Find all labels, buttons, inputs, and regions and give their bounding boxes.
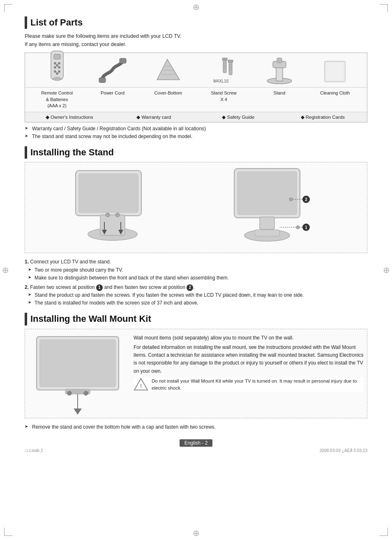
svg-rect-11 <box>99 78 106 83</box>
accessory-registration-cards: ◆ Registration Cards <box>283 114 363 120</box>
footer-right: 2008-03-03 ¿ÀÈÄ 5:03:23 <box>320 448 367 453</box>
svg-point-8 <box>58 70 60 73</box>
footer-left: □□i.indb 2 <box>25 448 43 453</box>
svg-rect-31 <box>277 58 282 63</box>
stand-img <box>264 57 295 84</box>
remote-label: Remote Control& Batteries(AAA x 2) <box>29 90 85 109</box>
part-remote <box>29 57 85 85</box>
svg-rect-23 <box>229 62 232 75</box>
step-1-sub-1: Two or more people should carry the TV. <box>25 266 367 274</box>
center-mark-bottom: ⊕ <box>193 528 200 538</box>
stand-screw-img: M4XL16 <box>212 57 235 84</box>
stand-diagram-right: 1 2 <box>196 166 363 249</box>
svg-point-4 <box>54 66 56 69</box>
svg-rect-18 <box>223 60 226 73</box>
section-bar-3 <box>25 313 27 325</box>
svg-point-6 <box>56 64 58 67</box>
svg-rect-1 <box>54 54 60 59</box>
arrow-icon: ➤ <box>25 423 28 430</box>
circle-2: 2 <box>187 284 193 291</box>
accessories-row: ◆ Owner's Instructions ◆ Warranty card ◆… <box>25 112 367 122</box>
svg-point-53 <box>289 198 293 201</box>
svg-rect-46 <box>255 230 279 236</box>
part-cleaning-cloth <box>307 57 363 85</box>
footer-bar: □□i.indb 2 2008-03-03 ¿ÀÈÄ 5:03:23 <box>25 448 367 453</box>
stand-label: Stand <box>251 90 307 96</box>
part-power-cord <box>85 57 140 85</box>
page-number-badge: English - 2 <box>180 439 213 447</box>
warning-icon: ! <box>134 378 148 391</box>
svg-rect-32 <box>325 61 345 82</box>
list-of-parts-section: List of Parts <box>25 16 367 29</box>
list-of-parts-intro: Please make sure the following items are… <box>25 32 367 48</box>
power-cord-label: Power Cord <box>85 90 140 96</box>
wall-mount-description: Wall mount items (sold separately) allow… <box>134 332 364 415</box>
corner-mark-bl <box>4 528 12 536</box>
section-bar <box>25 16 27 29</box>
step-2-sub-1: Stand the product up and fasten the scre… <box>25 291 367 299</box>
part-stand <box>251 57 307 85</box>
accessory-owners-instructions: ◆ Owner's Instructions <box>29 114 110 120</box>
cleaning-cloth-label: Cleaning Cloth <box>307 90 363 96</box>
svg-rect-12 <box>120 58 126 63</box>
step-2-sub-2: The stand is installed for models with t… <box>25 299 367 307</box>
svg-marker-13 <box>157 59 180 80</box>
svg-rect-43 <box>238 172 297 215</box>
accessory-warranty-card: ◆ Warranty card <box>114 114 194 120</box>
step-1: 1. Connect your LCD TV and the stand. <box>25 258 367 266</box>
svg-point-54 <box>296 226 300 229</box>
svg-point-60 <box>67 391 71 395</box>
svg-point-7 <box>54 70 56 73</box>
corner-mark-br <box>380 528 388 536</box>
svg-marker-59 <box>74 408 82 415</box>
note-1: Warranty card / Safety Guide / Registrat… <box>25 125 367 133</box>
warning-text: Do not install your Wall Mount Kit while… <box>152 378 364 392</box>
wall-mount-diagram <box>28 332 127 415</box>
list-of-parts-heading: List of Parts <box>30 16 83 29</box>
power-cord-img <box>98 57 127 84</box>
svg-point-5 <box>58 66 60 69</box>
cover-bottom-label: Cover-Bottom <box>141 90 196 96</box>
part-cover-bottom <box>141 57 196 85</box>
svg-point-41 <box>115 213 120 217</box>
svg-point-40 <box>106 213 110 217</box>
circle-1: 1 <box>96 284 103 291</box>
cover-bottom-img <box>155 57 182 84</box>
svg-text:2: 2 <box>305 197 307 202</box>
svg-point-3 <box>58 62 60 65</box>
svg-text:1: 1 <box>305 225 307 230</box>
page: List of Parts Please make sure the follo… <box>0 0 392 469</box>
svg-rect-44 <box>260 217 274 229</box>
wall-mount-box: Wall mount items (sold separately) allow… <box>25 329 367 418</box>
stand-install-steps: 1. Connect your LCD TV and the stand. Tw… <box>25 258 367 307</box>
wall-mount-heading: Installing the Wall Mount Kit <box>30 313 151 325</box>
svg-text:!: ! <box>140 383 142 389</box>
page-footer: English - 2 <box>25 439 367 447</box>
part-stand-screw: M4XL16 <box>196 57 251 85</box>
installing-stand-section: Installing the Stand <box>25 146 367 159</box>
svg-rect-35 <box>79 174 138 212</box>
remote-img <box>47 57 67 84</box>
accessory-safety-guide: ◆ Safety Guide <box>198 114 279 120</box>
warning-box: ! Do not install your Wall Mount Kit whi… <box>134 378 364 392</box>
svg-point-61 <box>84 391 88 395</box>
svg-text:M4XL16: M4XL16 <box>213 79 229 83</box>
parts-table: M4XL16 <box>25 53 367 122</box>
svg-point-10 <box>53 77 61 81</box>
svg-rect-17 <box>222 58 227 60</box>
wall-mount-section: Installing the Wall Mount Kit <box>25 313 367 325</box>
svg-point-2 <box>54 62 56 65</box>
stand-screw-label: Stand ScrewX 4 <box>196 90 251 103</box>
parts-images-row: M4XL16 <box>25 53 367 88</box>
stand-diagram-left <box>29 166 196 249</box>
step-2: 2. Fasten two screws at position 1 and t… <box>25 284 367 291</box>
cleaning-cloth-img <box>323 57 347 84</box>
note-2: The stand and stand screw may not be inc… <box>25 133 367 141</box>
parts-labels-row: Remote Control& Batteries(AAA x 2) Power… <box>25 88 367 111</box>
stand-install-diagram-box: 1 2 <box>25 162 367 253</box>
parts-notes: Warranty card / Safety Guide / Registrat… <box>25 125 367 141</box>
svg-rect-22 <box>228 60 233 62</box>
remove-stand-note: ➤ Remove the stand and cover the bottom … <box>25 423 367 431</box>
svg-rect-56 <box>40 340 115 387</box>
section-bar-2 <box>25 146 27 159</box>
